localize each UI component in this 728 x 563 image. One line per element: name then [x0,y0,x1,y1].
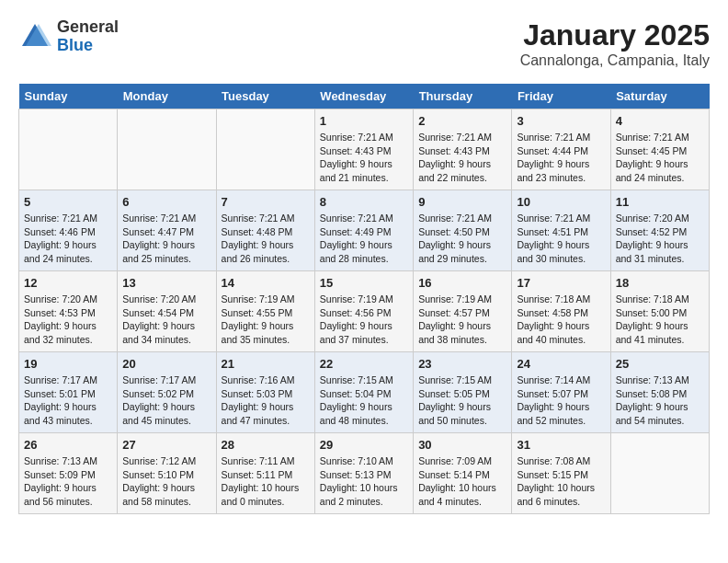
logo-icon [18,20,51,53]
cell-content: Sunrise: 7:13 AM Sunset: 5:08 PM Dayligh… [616,373,704,428]
week-row-5: 26Sunrise: 7:13 AM Sunset: 5:09 PM Dayli… [19,433,710,514]
day-number: 14 [222,276,310,290]
calendar-cell: 19Sunrise: 7:17 AM Sunset: 5:01 PM Dayli… [19,352,118,433]
calendar-cell: 16Sunrise: 7:19 AM Sunset: 4:57 PM Dayli… [414,271,512,352]
cell-content: Sunrise: 7:21 AM Sunset: 4:46 PM Dayligh… [24,212,112,266]
calendar-cell: 27Sunrise: 7:12 AM Sunset: 5:10 PM Dayli… [118,433,216,514]
day-number: 29 [320,438,408,452]
cell-content: Sunrise: 7:20 AM Sunset: 4:53 PM Dayligh… [24,293,112,347]
day-number: 21 [222,357,310,371]
calendar-cell: 13Sunrise: 7:20 AM Sunset: 4:54 PM Dayli… [118,271,216,352]
day-number: 8 [320,195,408,209]
calendar-cell: 18Sunrise: 7:18 AM Sunset: 5:00 PM Dayli… [610,271,709,352]
calendar-cell: 22Sunrise: 7:15 AM Sunset: 5:04 PM Dayli… [314,352,413,433]
calendar-cell: 12Sunrise: 7:20 AM Sunset: 4:53 PM Dayli… [19,271,118,352]
cell-content: Sunrise: 7:18 AM Sunset: 5:00 PM Dayligh… [616,293,704,347]
day-number: 18 [616,276,704,290]
day-number: 12 [24,276,112,290]
cell-content: Sunrise: 7:19 AM Sunset: 4:56 PM Dayligh… [320,293,408,347]
cell-content: Sunrise: 7:14 AM Sunset: 5:07 PM Dayligh… [517,373,605,428]
day-number: 19 [24,357,112,371]
calendar-cell: 17Sunrise: 7:18 AM Sunset: 4:58 PM Dayli… [512,271,610,352]
day-number: 28 [222,438,310,452]
calendar-cell: 5Sunrise: 7:21 AM Sunset: 4:46 PM Daylig… [19,190,118,271]
weekday-header-row: SundayMondayTuesdayWednesdayThursdayFrid… [19,84,710,109]
day-number: 23 [418,357,506,371]
calendar-cell [216,109,314,190]
calendar-cell: 8Sunrise: 7:21 AM Sunset: 4:49 PM Daylig… [314,190,413,271]
day-number: 3 [517,114,605,128]
calendar-cell: 31Sunrise: 7:08 AM Sunset: 5:15 PM Dayli… [512,433,610,514]
cell-content: Sunrise: 7:21 AM Sunset: 4:44 PM Dayligh… [517,131,605,185]
cell-content: Sunrise: 7:21 AM Sunset: 4:49 PM Dayligh… [320,212,408,266]
weekday-header-friday: Friday [512,84,610,109]
cell-content: Sunrise: 7:17 AM Sunset: 5:01 PM Dayligh… [24,373,112,428]
cell-content: Sunrise: 7:13 AM Sunset: 5:09 PM Dayligh… [24,454,112,509]
calendar-cell [118,109,216,190]
cell-content: Sunrise: 7:20 AM Sunset: 4:54 PM Dayligh… [122,293,210,347]
cell-content: Sunrise: 7:20 AM Sunset: 4:52 PM Dayligh… [616,212,704,266]
calendar-table: SundayMondayTuesdayWednesdayThursdayFrid… [18,84,710,514]
day-number: 25 [616,357,704,371]
week-row-1: 1Sunrise: 7:21 AM Sunset: 4:43 PM Daylig… [19,109,710,190]
day-number: 16 [418,276,506,290]
day-number: 27 [122,438,210,452]
weekday-header-thursday: Thursday [414,84,512,109]
day-number: 1 [320,114,408,128]
calendar-cell: 28Sunrise: 7:11 AM Sunset: 5:11 PM Dayli… [216,433,314,514]
weekday-header-saturday: Saturday [610,84,709,109]
calendar-cell: 24Sunrise: 7:14 AM Sunset: 5:07 PM Dayli… [512,352,610,433]
calendar-cell: 26Sunrise: 7:13 AM Sunset: 5:09 PM Dayli… [19,433,118,514]
calendar-cell: 11Sunrise: 7:20 AM Sunset: 4:52 PM Dayli… [610,190,709,271]
cell-content: Sunrise: 7:21 AM Sunset: 4:48 PM Dayligh… [222,212,310,266]
calendar-cell: 9Sunrise: 7:21 AM Sunset: 4:50 PM Daylig… [414,190,512,271]
cell-content: Sunrise: 7:09 AM Sunset: 5:14 PM Dayligh… [418,454,506,509]
weekday-header-sunday: Sunday [19,84,118,109]
calendar-cell: 25Sunrise: 7:13 AM Sunset: 5:08 PM Dayli… [610,352,709,433]
week-row-2: 5Sunrise: 7:21 AM Sunset: 4:46 PM Daylig… [19,190,710,271]
cell-content: Sunrise: 7:21 AM Sunset: 4:50 PM Dayligh… [418,212,506,266]
cell-content: Sunrise: 7:08 AM Sunset: 5:15 PM Dayligh… [517,454,605,509]
day-number: 11 [616,195,704,209]
cell-content: Sunrise: 7:10 AM Sunset: 5:13 PM Dayligh… [320,454,408,509]
calendar-cell: 14Sunrise: 7:19 AM Sunset: 4:55 PM Dayli… [216,271,314,352]
cell-content: Sunrise: 7:21 AM Sunset: 4:45 PM Dayligh… [616,131,704,185]
day-number: 26 [24,438,112,452]
calendar-cell: 7Sunrise: 7:21 AM Sunset: 4:48 PM Daylig… [216,190,314,271]
calendar-cell: 6Sunrise: 7:21 AM Sunset: 4:47 PM Daylig… [118,190,216,271]
logo-general: General [57,17,119,36]
cell-content: Sunrise: 7:16 AM Sunset: 5:03 PM Dayligh… [222,373,310,428]
calendar-cell [19,109,118,190]
title-block: January 2025 Cannalonga, Campania, Italy [520,18,710,69]
weekday-header-wednesday: Wednesday [314,84,413,109]
day-number: 22 [320,357,408,371]
weekday-header-tuesday: Tuesday [216,84,314,109]
calendar-cell: 21Sunrise: 7:16 AM Sunset: 5:03 PM Dayli… [216,352,314,433]
calendar-cell: 20Sunrise: 7:17 AM Sunset: 5:02 PM Dayli… [118,352,216,433]
week-row-4: 19Sunrise: 7:17 AM Sunset: 5:01 PM Dayli… [19,352,710,433]
cell-content: Sunrise: 7:15 AM Sunset: 5:04 PM Dayligh… [320,373,408,428]
day-number: 6 [122,195,210,209]
weekday-header-monday: Monday [118,84,216,109]
calendar-title: January 2025 [520,18,710,52]
day-number: 17 [517,276,605,290]
week-row-3: 12Sunrise: 7:20 AM Sunset: 4:53 PM Dayli… [19,271,710,352]
day-number: 20 [122,357,210,371]
day-number: 5 [24,195,112,209]
calendar-subtitle: Cannalonga, Campania, Italy [520,52,710,69]
calendar-cell: 1Sunrise: 7:21 AM Sunset: 4:43 PM Daylig… [314,109,413,190]
cell-content: Sunrise: 7:21 AM Sunset: 4:51 PM Dayligh… [517,212,605,266]
cell-content: Sunrise: 7:21 AM Sunset: 4:43 PM Dayligh… [418,131,506,185]
calendar-cell: 23Sunrise: 7:15 AM Sunset: 5:05 PM Dayli… [414,352,512,433]
cell-content: Sunrise: 7:19 AM Sunset: 4:55 PM Dayligh… [222,293,310,347]
cell-content: Sunrise: 7:21 AM Sunset: 4:43 PM Dayligh… [320,131,408,185]
logo-blue: Blue [57,36,93,54]
calendar-cell: 29Sunrise: 7:10 AM Sunset: 5:13 PM Dayli… [314,433,413,514]
day-number: 15 [320,276,408,290]
cell-content: Sunrise: 7:19 AM Sunset: 4:57 PM Dayligh… [418,293,506,347]
day-number: 7 [222,195,310,209]
logo: General Blue [18,18,119,55]
cell-content: Sunrise: 7:11 AM Sunset: 5:11 PM Dayligh… [222,454,310,509]
day-number: 30 [418,438,506,452]
calendar-cell [610,433,709,514]
